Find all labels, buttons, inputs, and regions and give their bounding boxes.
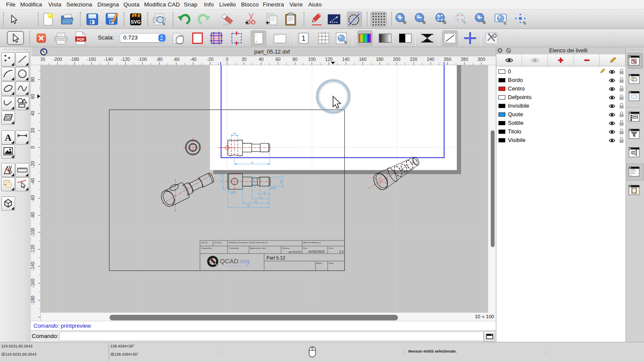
svg-text:Title/Name, destination, mater: Title/Name, destination, material, dimen…	[229, 241, 268, 244]
svg-text:180: 180	[376, 57, 384, 62]
svg-text:-180: -180	[31, 296, 35, 305]
svg-text:11: 11	[263, 191, 266, 194]
svg-text:A: A	[5, 132, 12, 142]
svg-text:Quantity: Quantity	[214, 241, 222, 244]
svg-text:-220: -220	[41, 57, 45, 62]
svg-text:100: 100	[308, 57, 316, 62]
svg-text:-100: -100	[31, 228, 35, 237]
svg-text:0: 0	[31, 146, 35, 149]
svg-text:32: 32	[255, 200, 257, 203]
svg-text:Filename: Filename	[283, 247, 290, 249]
svg-text:200: 200	[393, 57, 401, 62]
svg-text:280: 280	[461, 57, 468, 62]
svg-text:ø8: ø8	[252, 180, 255, 183]
svg-text:1:1: 1:1	[339, 250, 343, 253]
svg-text:-80: -80	[31, 212, 35, 218]
svg-text:Article No./Reference: Article No./Reference	[304, 241, 321, 244]
svg-text:21: 21	[259, 196, 262, 199]
svg-text:-140: -140	[104, 57, 113, 62]
svg-text:01/01/2024: 01/01/2024	[308, 250, 325, 253]
svg-text:ø8: ø8	[233, 132, 236, 135]
svg-text:Checked by: Checked by	[229, 247, 239, 249]
svg-text:Open Source CAD: Open Source CAD	[227, 265, 249, 267]
svg-text:-80: -80	[156, 57, 162, 62]
svg-text:Date: Date	[304, 247, 308, 249]
svg-text:2x45°: 2x45°	[270, 187, 276, 189]
svg-text:-160: -160	[31, 279, 35, 288]
svg-text:20: 20	[31, 128, 35, 133]
svg-text:40: 40	[31, 111, 35, 116]
svg-text:50: 50	[247, 204, 250, 207]
svg-text:-160: -160	[87, 57, 96, 62]
svg-text:-120: -120	[121, 57, 130, 62]
svg-text:80: 80	[31, 77, 35, 82]
svg-text:-200: -200	[53, 57, 62, 62]
svg-text:260: 260	[444, 57, 452, 62]
svg-text:220: 220	[410, 57, 418, 62]
svg-text:Scale: Scale	[329, 247, 334, 249]
svg-text:-140: -140	[31, 262, 35, 271]
svg-text:SVG: SVG	[131, 19, 140, 24]
svg-text:ø10: ø10	[279, 180, 282, 184]
svg-text:part_05.12.dxf: part_05.12.dxf	[289, 251, 301, 253]
svg-text:2x45°: 2x45°	[231, 191, 236, 193]
svg-text:-60: -60	[31, 195, 35, 202]
svg-text:Item ref: Item ref	[201, 241, 208, 244]
svg-text:160: 160	[359, 57, 367, 62]
svg-text:-120: -120	[31, 245, 35, 254]
svg-text:1: 1	[302, 35, 306, 42]
svg-text:-60: -60	[173, 57, 179, 62]
svg-text:41: 41	[251, 161, 253, 164]
svg-text:120: 120	[325, 57, 333, 62]
svg-text:140: 140	[342, 57, 350, 62]
svg-text:QCAD.org: QCAD.org	[220, 257, 249, 265]
svg-text:-40: -40	[190, 57, 196, 62]
svg-text:18: 18	[220, 180, 222, 183]
svg-text:-20: -20	[31, 161, 35, 168]
svg-text:80: 80	[292, 57, 298, 62]
svg-text:-180: -180	[70, 57, 79, 62]
svg-text:40: 40	[258, 57, 264, 62]
svg-text:60: 60	[31, 94, 35, 99]
svg-text:-100: -100	[138, 57, 147, 62]
svg-text:-40: -40	[31, 178, 35, 184]
svg-text:20: 20	[242, 57, 247, 62]
svg-text:Sheet: Sheet	[329, 262, 334, 264]
svg-text:Edition: Edition	[316, 262, 322, 264]
svg-text:240: 240	[427, 57, 434, 62]
svg-text:>_: >_	[630, 174, 633, 176]
svg-text:Approved by - date: Approved by - date	[250, 247, 266, 249]
svg-text:-20: -20	[207, 57, 213, 62]
svg-text:60: 60	[276, 57, 281, 62]
svg-text:300: 300	[478, 57, 486, 62]
svg-text:PDF: PDF	[77, 37, 85, 42]
svg-text:0: 0	[226, 57, 228, 62]
svg-text:Part 5.12: Part 5.12	[267, 255, 286, 260]
svg-text:Designed by: Designed by	[201, 247, 212, 249]
